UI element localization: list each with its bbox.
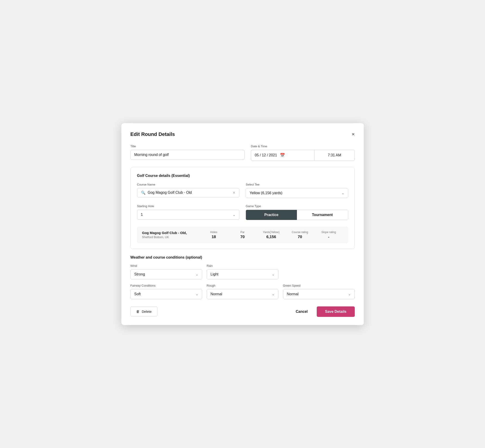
- game-type-toggle: Practice Tournament: [246, 210, 348, 220]
- trash-icon: 🗑: [136, 310, 140, 313]
- yards-value: 6,156: [267, 235, 276, 239]
- search-icon: 🔍: [141, 191, 146, 195]
- course-info-name: Gog Magog Golf Club - Old,: [142, 231, 200, 235]
- edit-round-modal: Edit Round Details × Title Date & Time 0…: [121, 123, 364, 325]
- rough-wrapper[interactable]: Normal ⌄ ShortNormalLong: [207, 289, 278, 299]
- wind-wrapper[interactable]: Strong ⌄ CalmLightModerateStrongVery Str…: [130, 269, 202, 279]
- weather-section: Weather and course conditions (optional)…: [130, 256, 355, 299]
- starting-hole-wrapper[interactable]: 1 ⌄ 1: [137, 210, 240, 220]
- course-name-input[interactable]: [148, 191, 233, 195]
- course-name-block: Gog Magog Golf Club - Old, Shelford Bott…: [142, 231, 200, 239]
- golf-course-section: Golf Course details (Essential) Course N…: [130, 167, 355, 249]
- game-type-group: Game Type Practice Tournament: [246, 204, 348, 220]
- delete-label: Delete: [142, 310, 152, 313]
- title-input[interactable]: [130, 150, 244, 160]
- datetime-group: Date & Time 05 / 12 / 2021 📅 7:31 AM: [251, 144, 355, 161]
- rain-label: Rain: [207, 264, 278, 267]
- course-info-card: Gog Magog Golf Club - Old, Shelford Bott…: [137, 226, 348, 243]
- time-box[interactable]: 7:31 AM: [314, 150, 355, 161]
- wind-rain-row: Wind Strong ⌄ CalmLightModerateStrongVer…: [130, 264, 355, 279]
- select-tee-group: Select Tee Yellow (6,156 yards) ⌄ Yellow…: [246, 183, 348, 198]
- select-tee-wrapper[interactable]: Yellow (6,156 yards) ⌄ Yellow (6,156 yar…: [246, 188, 348, 198]
- delete-button[interactable]: 🗑 Delete: [130, 307, 157, 316]
- starting-hole-group: Starting Hole 1 ⌄ 1: [137, 204, 240, 220]
- conditions-row: Fairway Conditions Soft ⌄ SoftNormalHard…: [130, 284, 355, 299]
- footer-row: 🗑 Delete Cancel Save Details: [130, 306, 355, 317]
- save-button[interactable]: Save Details: [317, 306, 355, 317]
- title-datetime-row: Title Date & Time 05 / 12 / 2021 📅 7:31 …: [130, 144, 355, 161]
- wind-group: Wind Strong ⌄ CalmLightModerateStrongVer…: [130, 264, 202, 279]
- course-rating-value: 70: [298, 235, 302, 239]
- starting-hole-label: Starting Hole: [137, 204, 240, 208]
- rough-label: Rough: [207, 284, 278, 287]
- yards-label: Yards(Yellow): [263, 231, 280, 234]
- fairway-wrapper[interactable]: Soft ⌄ SoftNormalHard: [130, 289, 202, 299]
- date-box[interactable]: 05 / 12 / 2021 📅: [251, 150, 315, 161]
- course-search-wrapper[interactable]: 🔍 ✕: [137, 188, 240, 197]
- course-tee-row: Course Name 🔍 ✕ Select Tee Yellow (6,156…: [137, 183, 348, 198]
- date-time-row: 05 / 12 / 2021 📅 7:31 AM: [251, 150, 355, 161]
- golf-section-title: Golf Course details (Essential): [137, 174, 348, 178]
- tournament-button[interactable]: Tournament: [297, 210, 348, 220]
- course-rating-stat: Course rating 70: [285, 231, 314, 239]
- wind-label: Wind: [130, 264, 202, 267]
- par-stat: Par 70: [228, 231, 257, 239]
- hole-gametype-row: Starting Hole 1 ⌄ 1 Game Type Practice T…: [137, 204, 348, 220]
- game-type-label: Game Type: [246, 204, 348, 208]
- clear-icon[interactable]: ✕: [233, 191, 235, 195]
- cancel-button[interactable]: Cancel: [292, 307, 311, 316]
- course-info-location: Shelford Bottom, UK: [142, 235, 200, 239]
- weather-section-title: Weather and course conditions (optional): [130, 256, 355, 259]
- modal-title: Edit Round Details: [130, 131, 175, 137]
- modal-header: Edit Round Details ×: [130, 131, 355, 137]
- green-speed-group: Green Speed Normal ⌄ SlowNormalFast: [283, 284, 355, 299]
- slope-rating-label: Slope rating: [321, 231, 336, 234]
- course-name-label: Course Name: [137, 183, 240, 186]
- fairway-group: Fairway Conditions Soft ⌄ SoftNormalHard: [130, 284, 202, 299]
- holes-stat: Holes 18: [200, 231, 228, 239]
- title-group: Title: [130, 144, 244, 161]
- title-label: Title: [130, 144, 244, 148]
- rain-group: Rain Light ⌄ NoneLightModerateHeavy: [207, 264, 278, 279]
- date-value: 05 / 12 / 2021: [255, 153, 277, 157]
- slope-rating-value: -: [328, 235, 330, 239]
- green-speed-wrapper[interactable]: Normal ⌄ SlowNormalFast: [283, 289, 355, 299]
- par-value: 70: [241, 235, 245, 239]
- course-rating-label: Course rating: [292, 231, 308, 234]
- footer-right: Cancel Save Details: [292, 306, 355, 317]
- rain-wrapper[interactable]: Light ⌄ NoneLightModerateHeavy: [207, 269, 278, 279]
- practice-button[interactable]: Practice: [246, 210, 297, 220]
- green-speed-label: Green Speed: [283, 284, 355, 287]
- par-label: Par: [241, 231, 245, 234]
- course-name-group: Course Name 🔍 ✕: [137, 183, 240, 198]
- holes-value: 18: [211, 235, 216, 239]
- select-tee-label: Select Tee: [246, 183, 348, 186]
- time-value: 7:31 AM: [328, 153, 341, 157]
- calendar-icon: 📅: [280, 153, 285, 158]
- yards-stat: Yards(Yellow) 6,156: [257, 231, 285, 239]
- fairway-label: Fairway Conditions: [130, 284, 202, 287]
- rough-group: Rough Normal ⌄ ShortNormalLong: [207, 284, 278, 299]
- close-button[interactable]: ×: [352, 132, 355, 137]
- slope-rating-stat: Slope rating -: [314, 231, 343, 239]
- datetime-label: Date & Time: [251, 144, 355, 148]
- holes-label: Holes: [210, 231, 218, 234]
